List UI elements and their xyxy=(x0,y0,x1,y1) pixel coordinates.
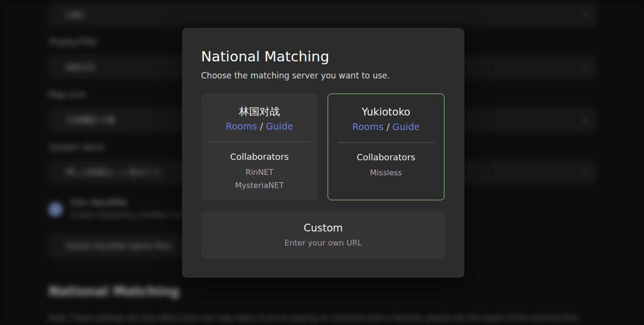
server-name: 林国对战 xyxy=(201,106,318,117)
server-links: Rooms / Guide xyxy=(201,121,318,132)
collaborators-list: Missless xyxy=(328,166,444,179)
server-links: Rooms / Guide xyxy=(328,121,444,132)
server-card-yukiotoko-selected[interactable]: Yukiotoko Rooms / Guide Collaborators Mi… xyxy=(328,94,444,200)
modal-subtitle: Choose the matching server you want to u… xyxy=(201,71,445,80)
collaborator-item: Missless xyxy=(328,166,444,179)
national-matching-modal: National Matching Choose the matching se… xyxy=(182,28,464,278)
rooms-link[interactable]: Rooms xyxy=(352,121,384,132)
server-cards: 林国对战 Rooms / Guide Collaborators RinNET … xyxy=(201,94,445,200)
guide-link[interactable]: Guide xyxy=(266,121,293,132)
modal-title: National Matching xyxy=(201,49,445,64)
collaborators-heading: Collaborators xyxy=(328,152,444,162)
collaborator-item: MysteriaNET xyxy=(201,179,318,192)
card-divider xyxy=(337,142,435,143)
custom-card-title: Custom xyxy=(201,222,445,234)
server-name: Yukiotoko xyxy=(328,106,444,118)
custom-card-subtitle: Enter your own URL xyxy=(201,238,445,248)
guide-link[interactable]: Guide xyxy=(392,121,420,132)
collaborators-heading: Collaborators xyxy=(201,152,318,162)
rooms-link[interactable]: Rooms xyxy=(226,121,257,132)
card-divider xyxy=(211,142,308,142)
link-separator: / xyxy=(384,121,392,132)
screen: LING ▾ Trophy/Title WACCA ▾ Map Icon 天真爛… xyxy=(0,0,644,325)
link-separator: / xyxy=(257,121,266,132)
collaborators-list: RinNET MysteriaNET xyxy=(201,166,318,192)
collaborator-item: RinNET xyxy=(201,166,318,179)
server-card-linguoduizhan[interactable]: 林国对战 Rooms / Guide Collaborators RinNET … xyxy=(201,94,318,200)
custom-server-card[interactable]: Custom Enter your own URL xyxy=(201,211,445,259)
